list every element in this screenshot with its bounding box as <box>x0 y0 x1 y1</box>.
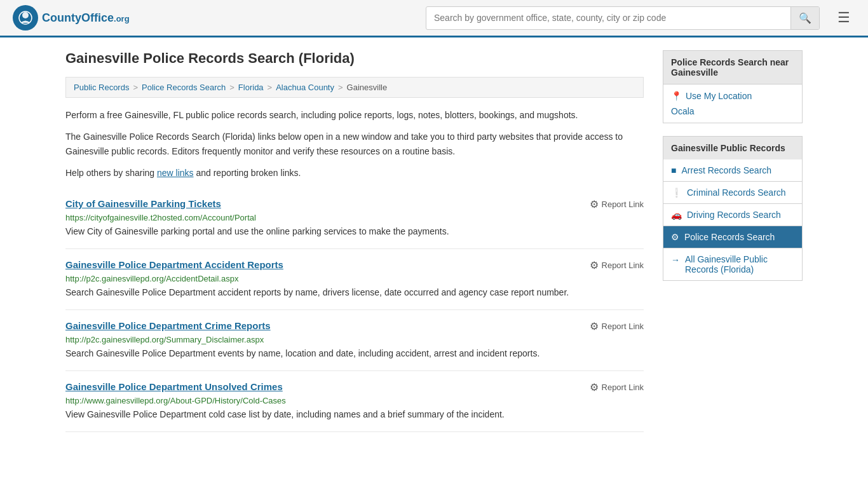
breadcrumb-sep-4: > <box>338 83 343 92</box>
result-header-2: Gainesville Police Department Crime Repo… <box>65 320 644 332</box>
nearby-ocala-link[interactable]: Ocala <box>671 106 695 116</box>
description-para2: The Gainesville Police Records Search (F… <box>65 130 644 158</box>
report-link-label-0: Report Link <box>602 200 644 209</box>
breadcrumb-sep-3: > <box>268 83 273 92</box>
result-desc-2: Search Gainesville Police Department eve… <box>65 347 644 360</box>
result-item-2: Gainesville Police Department Crime Repo… <box>65 310 644 371</box>
new-links-link[interactable]: new links <box>157 168 194 178</box>
report-link-button-3[interactable]: ⚙ Report Link <box>590 381 644 393</box>
logo-text-wrap: CountyOffice.org <box>42 11 130 25</box>
result-title-1[interactable]: Gainesville Police Department Accident R… <box>65 259 283 270</box>
main-container: Gainesville Police Records Search (Flori… <box>53 37 815 445</box>
breadcrumb-sep-2: > <box>229 83 234 92</box>
breadcrumb-florida[interactable]: Florida <box>238 83 264 92</box>
result-item-3: Gainesville Police Department Unsolved C… <box>65 371 644 432</box>
result-header-1: Gainesville Police Department Accident R… <box>65 259 644 271</box>
sidebar-item-driving-label: Driving Records Search <box>687 210 781 220</box>
result-item-0: City of Gainesville Parking Tickets ⚙ Re… <box>65 188 644 249</box>
sidebar-all-records[interactable]: → All Gainesville Public Records (Florid… <box>663 248 803 281</box>
sidebar-nearby-box: 📍 Use My Location Ocala <box>663 85 803 123</box>
header: CountyOffice.org 🔍 ☰ <box>0 0 868 37</box>
result-desc-0: View City of Gainesville parking portal … <box>65 225 644 238</box>
description-para1: Perform a free Gainesville, FL public po… <box>65 108 644 122</box>
report-icon-0: ⚙ <box>590 198 599 210</box>
report-link-label-3: Report Link <box>602 383 644 392</box>
report-link-button-1[interactable]: ⚙ Report Link <box>590 259 644 271</box>
result-desc-1: Search Gainesville Police Department acc… <box>65 286 644 299</box>
criminal-icon: ❕ <box>671 187 682 198</box>
hamburger-menu-button[interactable]: ☰ <box>832 7 855 29</box>
use-my-location-link[interactable]: Use My Location <box>686 91 752 101</box>
result-title-0[interactable]: City of Gainesville Parking Tickets <box>65 198 221 209</box>
search-button[interactable]: 🔍 <box>790 7 819 29</box>
report-icon-1: ⚙ <box>590 259 599 271</box>
sidebar-item-arrest-label: Arrest Records Search <box>681 165 771 175</box>
breadcrumb: Public Records > Police Records Search >… <box>65 77 644 98</box>
all-records-link[interactable]: All Gainesville Public Records (Florida) <box>685 254 794 274</box>
hamburger-icon: ☰ <box>837 10 850 25</box>
para3-prefix: Help others by sharing <box>65 168 157 178</box>
content-area: Gainesville Police Records Search (Flori… <box>65 50 644 432</box>
sidebar-nearby-section: Police Records Search near Gainesville 📍… <box>663 50 803 123</box>
results-list: City of Gainesville Parking Tickets ⚙ Re… <box>65 188 644 432</box>
sidebar-public-records-title: Gainesville Public Records <box>663 136 803 159</box>
result-url-1[interactable]: http://p2c.gainesvillepd.org/AccidentDet… <box>65 274 644 283</box>
result-title-3[interactable]: Gainesville Police Department Unsolved C… <box>65 381 283 392</box>
para3-suffix: and reporting broken links. <box>194 168 301 178</box>
report-link-button-2[interactable]: ⚙ Report Link <box>590 320 644 332</box>
logo[interactable]: CountyOffice.org <box>13 5 130 30</box>
sidebar-item-criminal-records[interactable]: ❕ Criminal Records Search <box>663 182 803 204</box>
result-header-0: City of Gainesville Parking Tickets ⚙ Re… <box>65 198 644 210</box>
result-url-3[interactable]: http://www.gainesvillepd.org/About-GPD/H… <box>65 396 644 405</box>
result-item-1: Gainesville Police Department Accident R… <box>65 249 644 310</box>
breadcrumb-alachua-county[interactable]: Alachua County <box>276 83 334 92</box>
description-para3: Help others by sharing new links and rep… <box>65 166 644 180</box>
report-link-label-2: Report Link <box>602 322 644 331</box>
arrow-right-icon: → <box>671 255 680 265</box>
sidebar-nearby-title: Police Records Search near Gainesville <box>663 50 803 85</box>
search-input[interactable] <box>426 8 790 28</box>
sidebar: Police Records Search near Gainesville 📍… <box>663 50 803 432</box>
driving-icon: 🚗 <box>671 210 682 220</box>
sidebar-item-police-records[interactable]: ⚙ Police Records Search <box>663 226 803 248</box>
arrest-icon: ■ <box>671 165 676 175</box>
logo-icon <box>13 5 38 30</box>
sidebar-item-criminal-label: Criminal Records Search <box>687 187 786 198</box>
breadcrumb-gainesville: Gainesville <box>347 83 388 92</box>
result-url-0[interactable]: https://cityofgainesville.t2hosted.com/A… <box>65 213 644 222</box>
page-title: Gainesville Police Records Search (Flori… <box>65 50 644 67</box>
result-desc-3: View Gainesville Police Department cold … <box>65 408 644 421</box>
use-my-location-row: 📍 Use My Location <box>671 91 794 101</box>
report-link-label-1: Report Link <box>602 261 644 270</box>
result-header-3: Gainesville Police Department Unsolved C… <box>65 381 644 393</box>
report-icon-3: ⚙ <box>590 381 599 393</box>
search-bar: 🔍 <box>426 6 820 30</box>
result-title-2[interactable]: Gainesville Police Department Crime Repo… <box>65 320 271 331</box>
police-icon: ⚙ <box>671 232 679 242</box>
sidebar-item-police-label: Police Records Search <box>684 232 775 242</box>
breadcrumb-public-records[interactable]: Public Records <box>74 83 129 92</box>
search-icon: 🔍 <box>799 13 811 24</box>
location-pin-icon: 📍 <box>671 91 682 101</box>
report-icon-2: ⚙ <box>590 320 599 332</box>
breadcrumb-police-records-search[interactable]: Police Records Search <box>142 83 226 92</box>
breadcrumb-sep-1: > <box>133 83 138 92</box>
sidebar-public-records-section: Gainesville Public Records ■ Arrest Reco… <box>663 136 803 281</box>
logo-brand: CountyOffice.org <box>42 11 130 24</box>
result-url-2[interactable]: http://p2c.gainesvillepd.org/Summary_Dis… <box>65 335 644 344</box>
sidebar-item-driving-records[interactable]: 🚗 Driving Records Search <box>663 204 803 226</box>
sidebar-item-arrest-records[interactable]: ■ Arrest Records Search <box>663 159 803 182</box>
svg-point-0 <box>22 12 29 18</box>
report-link-button-0[interactable]: ⚙ Report Link <box>590 198 644 210</box>
